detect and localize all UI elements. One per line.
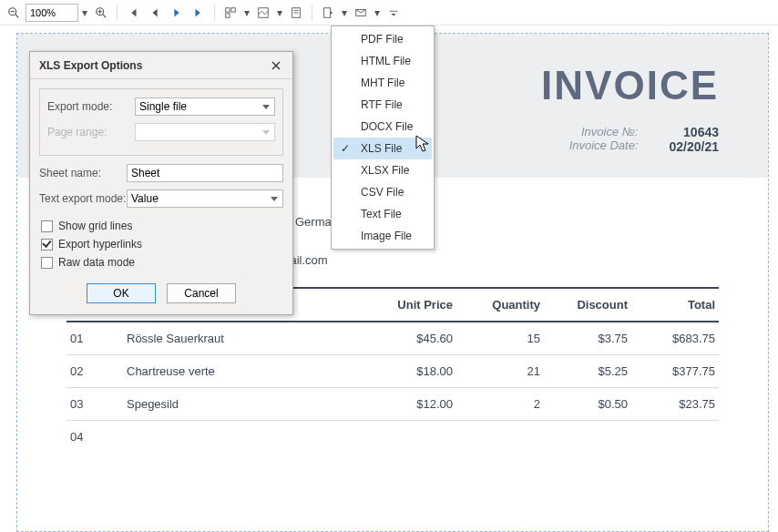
email-dropdown-icon[interactable]: ▾	[373, 6, 382, 19]
svg-line-1	[15, 14, 19, 17]
prev-page-icon[interactable]	[145, 3, 165, 23]
email-icon[interactable]	[351, 3, 371, 23]
col-qty: Quantity	[456, 288, 544, 322]
zoom-out-icon[interactable]	[4, 3, 24, 23]
customize-icon[interactable]	[384, 3, 404, 23]
export-menu-item[interactable]: HTML File	[333, 50, 432, 72]
table-row: 01Rössle Sauerkraut$45.6015$3.75$683.75	[67, 322, 719, 355]
multipage-dropdown-icon[interactable]: ▾	[242, 6, 251, 19]
invoice-date-label: Invoice Date:	[569, 138, 639, 152]
text-export-label: Text export mode:	[39, 192, 127, 205]
svg-rect-9	[226, 13, 230, 16]
export-menu: PDF FileHTML FileMHT FileRTF FileDOCX Fi…	[331, 26, 435, 250]
watermark-icon[interactable]	[286, 3, 306, 23]
sheet-name-label: Sheet name:	[39, 167, 127, 179]
export-menu-item[interactable]: DOCX File	[333, 116, 432, 138]
dialog-title: XLS Export Options	[39, 59, 142, 72]
close-icon[interactable]	[269, 58, 283, 73]
background-icon[interactable]	[253, 3, 273, 23]
export-menu-item[interactable]: Image File	[333, 225, 432, 247]
table-row: 02Chartreuse verte$18.0021$5.25$377.75	[67, 355, 719, 388]
first-page-icon[interactable]	[123, 3, 143, 23]
col-price: Unit Price	[365, 288, 456, 322]
trailing-pos: 04	[67, 421, 719, 453]
export-icon[interactable]	[318, 3, 338, 23]
export-dropdown-icon[interactable]: ▾	[340, 6, 349, 19]
export-menu-item[interactable]: XLSX File	[333, 159, 432, 181]
svg-rect-8	[231, 7, 235, 11]
invoice-date: 02/20/21	[670, 139, 720, 154]
text-export-select[interactable]: Value	[127, 189, 283, 208]
zoom-in-icon[interactable]	[91, 3, 111, 23]
background-dropdown-icon[interactable]: ▾	[275, 6, 284, 19]
page-range-label: Page range:	[47, 126, 135, 138]
invoice-number-label: Invoice №:	[569, 125, 639, 138]
svg-rect-14	[324, 7, 331, 17]
export-menu-item[interactable]: MHT File	[333, 72, 432, 94]
cancel-button[interactable]: Cancel	[167, 283, 236, 303]
export-mode-label: Export mode:	[47, 100, 135, 113]
export-dialog: XLS Export Options Export mode:Single fi…	[29, 51, 293, 315]
zoom-dropdown-icon[interactable]: ▾	[80, 6, 89, 19]
links-checkbox[interactable]: Export hyperlinks	[39, 238, 283, 251]
raw-checkbox[interactable]: Raw data mode	[39, 256, 283, 269]
next-page-icon[interactable]	[167, 3, 187, 23]
table-row: 03Spegesild$12.002$0.50$23.75	[67, 388, 719, 421]
zoom-input[interactable]	[26, 4, 78, 22]
check-icon: ✓	[341, 142, 350, 155]
svg-rect-7	[226, 7, 230, 11]
col-total: Total	[631, 288, 719, 322]
svg-line-4	[103, 14, 107, 17]
last-page-icon[interactable]	[189, 3, 209, 23]
export-menu-item[interactable]: Text File	[333, 203, 432, 225]
sheet-name-input[interactable]	[127, 164, 283, 182]
export-menu-item[interactable]: PDF File	[333, 28, 432, 50]
grid-checkbox[interactable]: Show grid lines	[39, 220, 283, 232]
col-disc: Discount	[544, 288, 631, 322]
export-menu-item[interactable]: CSV File	[333, 181, 432, 203]
invoice-number: 10643	[670, 125, 720, 139]
export-mode-select[interactable]: Single file	[135, 97, 275, 116]
export-menu-item[interactable]: RTF File	[333, 94, 432, 116]
multipage-icon[interactable]	[220, 3, 241, 23]
page-range-select	[135, 123, 275, 141]
ok-button[interactable]: OK	[87, 283, 156, 303]
export-menu-item[interactable]: ✓XLS File	[333, 138, 432, 159]
invoice-title: INVOICE	[541, 63, 719, 108]
toolbar: ▾ ▾ ▾ ▾ ▾	[0, 0, 778, 26]
